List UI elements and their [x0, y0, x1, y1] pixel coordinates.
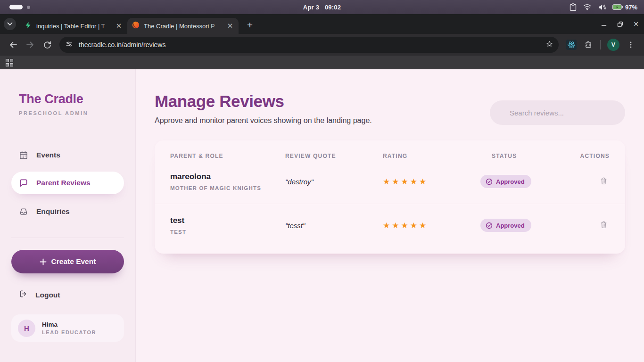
logout-label: Logout — [35, 291, 60, 299]
browser-tab-strip: inquiries | Table Editor | T ✕ The Cradl… — [0, 14, 644, 34]
search-input[interactable] — [490, 100, 625, 125]
logout-icon — [19, 289, 28, 300]
menu-kebab-icon[interactable] — [623, 37, 638, 52]
create-event-button[interactable]: Create Event — [11, 250, 124, 273]
bookmark-star-icon[interactable] — [545, 40, 554, 50]
check-circle-icon — [486, 222, 493, 229]
battery-percent: 97% — [625, 4, 637, 11]
sidebar-item-enquiries[interactable]: Enquiries — [11, 201, 124, 222]
page-subtitle: Approve and monitor parent voices showin… — [155, 116, 372, 125]
forward-button[interactable] — [23, 37, 38, 52]
date-label: Apr 3 — [303, 4, 319, 11]
address-bar[interactable]: thecradle.co.in/admin/reviews — [59, 37, 559, 53]
sidebar-item-parent-reviews[interactable]: Parent Reviews — [11, 172, 124, 194]
extensions-puzzle-icon[interactable] — [580, 37, 595, 52]
tab-close-icon[interactable]: ✕ — [225, 21, 235, 31]
star-rating: ★★★★★ — [383, 221, 492, 230]
sidebar-nav: Events Parent Reviews Enquiries — [11, 144, 124, 222]
battery-indicator[interactable]: 97% — [612, 4, 637, 11]
card-bottom-padding — [155, 247, 625, 254]
clock[interactable]: Apr 3 09:02 — [0, 4, 644, 11]
review-quote: "destroy" — [285, 178, 383, 186]
cradle-favicon-icon — [132, 21, 140, 31]
time-label: 09:02 — [325, 4, 341, 11]
url-text[interactable]: thecradle.co.in/admin/reviews — [79, 41, 545, 49]
inbox-icon — [19, 207, 28, 216]
create-event-label: Create Event — [51, 257, 96, 266]
parent-cell: mareolona MOTHER OF MAGIC KNIGHTS — [170, 172, 285, 191]
toolbar-divider — [600, 40, 601, 49]
back-button[interactable] — [6, 37, 21, 52]
main-content: Manage Reviews Approve and monitor paren… — [136, 69, 644, 362]
bookmarks-bar — [0, 56, 644, 69]
browser-tab-cradle[interactable]: The Cradle | Montessori P ✕ — [127, 18, 239, 34]
status-label: Approved — [496, 178, 525, 185]
user-card[interactable]: H Hima LEAD EDUCATOR — [11, 314, 124, 342]
react-devtools-extension-icon[interactable] — [566, 40, 577, 50]
webpage: The Cradle PRESCHOOL ADMIN Events Parent… — [0, 69, 644, 362]
delete-review-button[interactable] — [599, 220, 609, 231]
check-circle-icon — [486, 178, 493, 185]
sidebar-item-events[interactable]: Events — [11, 144, 124, 166]
close-window-icon[interactable]: ✕ — [633, 21, 639, 27]
actions-cell — [579, 220, 610, 231]
status-badge[interactable]: Approved — [480, 219, 531, 232]
system-top-bar: Apr 3 09:02 97% — [0, 0, 644, 14]
page-title: Manage Reviews — [155, 92, 372, 111]
screen: Apr 3 09:02 97% i — [0, 0, 644, 362]
tab-search-button[interactable] — [4, 18, 16, 30]
column-header: RATING — [383, 153, 492, 159]
reviews-table-card: PARENT & ROLE REVIEW QUOTE RATING STATUS… — [155, 140, 625, 254]
parent-name: mareolona — [170, 172, 285, 181]
logout-button[interactable]: Logout — [19, 289, 135, 300]
table-header-row: PARENT & ROLE REVIEW QUOTE RATING STATUS… — [155, 140, 625, 160]
sidebar-item-label: Events — [36, 151, 60, 159]
status-cell: Approved — [492, 219, 579, 232]
user-role: LEAD EDUCATOR — [42, 329, 96, 335]
minimize-icon[interactable] — [601, 21, 607, 27]
profile-avatar[interactable]: V — [607, 39, 619, 51]
trash-icon — [600, 177, 608, 185]
system-tray[interactable]: 97% — [570, 3, 637, 11]
parent-role: TEST — [170, 229, 285, 235]
logo-title: The Cradle — [19, 92, 135, 107]
new-tab-button[interactable]: + — [243, 18, 256, 32]
trash-icon — [600, 221, 608, 229]
tab-close-icon[interactable]: ✕ — [114, 21, 124, 31]
sidebar-item-label: Enquiries — [36, 207, 70, 216]
actions-cell — [579, 176, 610, 188]
star-rating: ★★★★★ — [383, 177, 492, 187]
user-name: Hima — [42, 321, 96, 328]
chat-icon — [19, 178, 28, 188]
restore-icon[interactable] — [617, 21, 623, 27]
audio-muted-icon[interactable] — [598, 4, 606, 11]
user-avatar: H — [18, 320, 35, 337]
table-row: mareolona MOTHER OF MAGIC KNIGHTS "destr… — [155, 160, 625, 204]
status-cell: Approved — [492, 175, 579, 188]
clipboard-icon[interactable] — [570, 3, 577, 11]
page-header: Manage Reviews Approve and monitor paren… — [155, 92, 625, 125]
sidebar-item-label: Parent Reviews — [36, 179, 91, 187]
browser-tab-inquiries[interactable]: inquiries | Table Editor | T ✕ — [20, 18, 127, 34]
parent-cell: test TEST — [170, 216, 285, 235]
column-header: REVIEW QUOTE — [285, 153, 383, 159]
app-logo: The Cradle PRESCHOOL ADMIN — [19, 92, 135, 116]
logo-subtitle: PRESCHOOL ADMIN — [19, 110, 135, 116]
table-row: test TEST "tesst" ★★★★★ Approved — [155, 204, 625, 247]
plus-icon — [40, 258, 47, 265]
tab-title-fade — [208, 18, 224, 34]
status-badge[interactable]: Approved — [480, 175, 531, 188]
site-settings-icon[interactable] — [65, 40, 73, 50]
sidebar: The Cradle PRESCHOOL ADMIN Events Parent… — [0, 69, 136, 362]
status-label: Approved — [496, 222, 525, 229]
delete-review-button[interactable] — [599, 176, 609, 188]
heading-block: Manage Reviews Approve and monitor paren… — [155, 92, 372, 125]
wifi-icon[interactable] — [583, 4, 591, 10]
user-info: Hima LEAD EDUCATOR — [42, 321, 96, 335]
sidebar-divider — [11, 238, 124, 238]
parent-name: test — [170, 216, 285, 225]
column-header: PARENT & ROLE — [170, 153, 285, 159]
apps-grid-icon[interactable] — [6, 59, 13, 66]
browser-toolbar: thecradle.co.in/admin/reviews V — [0, 34, 644, 56]
reload-button[interactable] — [40, 37, 55, 52]
